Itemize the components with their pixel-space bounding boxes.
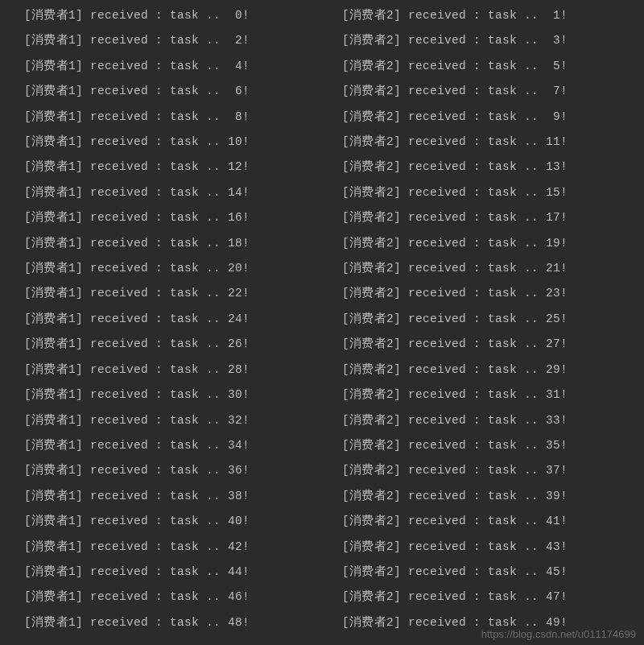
console-line: [消费者1] received : task .. 0!: [24, 3, 323, 28]
console-column-left: [消费者1] received : task .. 0![消费者1] recei…: [0, 3, 326, 645]
console-line: [消费者2] received : task .. 29!: [342, 358, 641, 382]
console-line: [消费者2] received : task .. 41!: [342, 509, 641, 534]
console-line: [消费者1] received : task .. 20!: [24, 256, 323, 281]
console-line: [消费者2] received : task .. 11!: [342, 130, 641, 155]
console-line: [消费者1] received : task .. 46!: [24, 585, 323, 610]
console-line: [消费者2] received : task .. 39!: [342, 484, 641, 509]
console-line: [消费者1] received : task .. 40!: [24, 509, 323, 534]
console-line: [消费者1] received : task .. 18!: [24, 231, 323, 256]
console-line: [消费者1] received : task .. 34!: [24, 433, 323, 458]
console-column-right: [消费者2] received : task .. 1![消费者2] recei…: [326, 3, 644, 645]
console-line: [消费者2] received : task .. 15!: [342, 180, 641, 205]
console-line: [消费者1] received : task .. 44!: [24, 560, 323, 585]
console-line: [消费者2] received : task .. 33!: [342, 408, 641, 433]
console-line: [消费者2] received : task .. 9!: [342, 105, 641, 130]
console-line: [消费者1] received : task .. 6!: [24, 79, 323, 104]
console-line: [消费者2] received : task .. 1!: [342, 3, 641, 28]
console-line: [消费者2] received : task .. 7!: [342, 79, 641, 104]
console-line: [消费者2] received : task .. 13!: [342, 155, 641, 180]
console-line: [消费者1] received : task .. 48!: [24, 610, 323, 635]
console-line: [消费者1] received : task .. 36!: [24, 458, 323, 483]
console-line: [消费者1] received : task .. 30!: [24, 382, 323, 407]
console-line: [消费者1] received : task .. 32!: [24, 408, 323, 433]
console-line: [消费者2] received : task .. 45!: [342, 560, 641, 585]
console-container: [消费者1] received : task .. 0![消费者1] recei…: [0, 0, 644, 645]
console-line: [消费者1] received : task .. 14!: [24, 180, 323, 205]
console-line: [消费者1] received : task .. 38!: [24, 484, 323, 509]
watermark: https://blog.csdn.net/u011174699: [481, 628, 636, 640]
console-line: [消费者1] received : task .. 16!: [24, 205, 323, 230]
console-line: [消费者2] received : task .. 35!: [342, 433, 641, 458]
console-line: [消费者2] received : task .. 23!: [342, 281, 641, 306]
console-line: [消费者1] received : task .. 28!: [24, 358, 323, 382]
console-line: [消费者1] received : task .. 26!: [24, 332, 323, 357]
console-line: [消费者1] received : task .. 24!: [24, 307, 323, 332]
console-line: [消费者1] received : task .. 4!: [24, 54, 323, 79]
console-line: [消费者2] received : task .. 3!: [342, 28, 641, 53]
console-line: [消费者2] received : task .. 43!: [342, 535, 641, 560]
console-line: [消费者2] received : task .. 25!: [342, 307, 641, 332]
console-line: [消费者1] received : task .. 10!: [24, 130, 323, 155]
console-line: [消费者2] received : task .. 31!: [342, 382, 641, 407]
console-line: [消费者1] received : task .. 8!: [24, 105, 323, 130]
console-line: [消费者2] received : task .. 17!: [342, 205, 641, 230]
console-line: [消费者2] received : task .. 47!: [342, 585, 641, 610]
console-line: [消费者1] received : task .. 2!: [24, 28, 323, 53]
console-line: [消费者2] received : task .. 37!: [342, 458, 641, 483]
console-line: [消费者1] received : task .. 12!: [24, 155, 323, 180]
console-line: [消费者2] received : task .. 5!: [342, 54, 641, 79]
console-line: [消费者1] received : task .. 42!: [24, 535, 323, 560]
console-line: [消费者1] received : task .. 22!: [24, 281, 323, 306]
console-line: [消费者2] received : task .. 27!: [342, 332, 641, 357]
console-line: [消费者2] received : task .. 19!: [342, 231, 641, 256]
console-line: [消费者2] received : task .. 21!: [342, 256, 641, 281]
